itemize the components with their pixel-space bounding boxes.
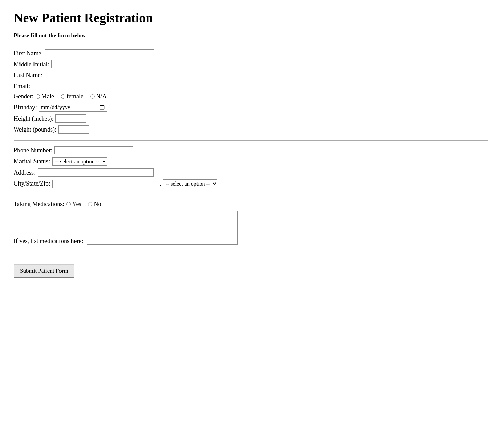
medications-yes-radio[interactable] bbox=[66, 202, 71, 206]
middle-initial-label: Middle Initial: bbox=[14, 61, 49, 68]
phone-row: Phone Number: bbox=[14, 146, 488, 154]
phone-input[interactable] bbox=[54, 146, 133, 154]
height-label: Height (inches): bbox=[14, 115, 53, 122]
medications-list-row: If yes, list medications here: bbox=[14, 211, 488, 245]
city-state-zip-row: City/State/Zip: , -- select an option --… bbox=[14, 179, 488, 188]
birthday-input[interactable] bbox=[39, 103, 107, 112]
first-name-label: First Name: bbox=[14, 50, 43, 57]
marital-status-label: Marital Status: bbox=[14, 158, 50, 165]
state-select[interactable]: -- select an option -- AL AK AZ AR CA CO… bbox=[163, 179, 217, 188]
marital-status-select[interactable]: -- select an option -- Single Married Di… bbox=[52, 157, 107, 166]
personal-info-section: First Name: Middle Initial: Last Name: E… bbox=[14, 49, 488, 134]
gender-male-label[interactable]: Male bbox=[36, 93, 54, 100]
middle-initial-row: Middle Initial: bbox=[14, 60, 488, 68]
medications-list-label: If yes, list medications here: bbox=[14, 237, 83, 245]
medications-textarea[interactable] bbox=[87, 211, 238, 245]
email-input[interactable] bbox=[32, 82, 138, 90]
first-name-row: First Name: bbox=[14, 49, 488, 57]
medications-no-label[interactable]: No bbox=[88, 201, 101, 208]
contact-info-section: Phone Number: Marital Status: -- select … bbox=[14, 146, 488, 188]
gender-female-label[interactable]: female bbox=[61, 93, 83, 100]
middle-initial-input[interactable] bbox=[51, 60, 73, 68]
gender-label: Gender: bbox=[14, 93, 33, 100]
section-divider-1 bbox=[14, 140, 488, 141]
medications-no-text: No bbox=[94, 201, 101, 208]
city-state-zip-label: City/State/Zip: bbox=[14, 180, 50, 187]
weight-input[interactable] bbox=[58, 125, 89, 134]
medications-section: Taking Medications: Yes No If yes, list … bbox=[14, 201, 488, 245]
medications-no-radio[interactable] bbox=[88, 202, 92, 206]
gender-male-text: Male bbox=[41, 93, 54, 100]
weight-label: Weight (pounds): bbox=[14, 126, 56, 133]
email-row: Email: bbox=[14, 82, 488, 90]
taking-medications-row: Taking Medications: Yes No bbox=[14, 201, 488, 208]
gender-female-text: female bbox=[67, 93, 83, 100]
zip-input[interactable] bbox=[219, 180, 263, 188]
email-label: Email: bbox=[14, 83, 30, 90]
address-row: Address: bbox=[14, 168, 488, 177]
phone-label: Phone Number: bbox=[14, 147, 52, 154]
birthday-label: Birthday: bbox=[14, 104, 37, 111]
weight-row: Weight (pounds): bbox=[14, 125, 488, 134]
page-title: New Patient Registration bbox=[14, 10, 488, 25]
gender-female-radio[interactable] bbox=[61, 94, 65, 99]
last-name-input[interactable] bbox=[44, 71, 126, 79]
height-input[interactable] bbox=[55, 114, 86, 123]
marital-status-row: Marital Status: -- select an option -- S… bbox=[14, 157, 488, 166]
first-name-input[interactable] bbox=[45, 49, 154, 57]
comma-separator: , bbox=[160, 180, 161, 187]
submit-button[interactable]: Submit Patient Form bbox=[14, 264, 74, 278]
taking-medications-label: Taking Medications: bbox=[14, 201, 64, 208]
submit-section: Submit Patient Form bbox=[14, 257, 488, 278]
gender-na-radio[interactable] bbox=[90, 94, 95, 99]
height-row: Height (inches): bbox=[14, 114, 488, 123]
last-name-label: Last Name: bbox=[14, 72, 42, 79]
address-input[interactable] bbox=[38, 168, 154, 177]
city-state-zip-fields: , -- select an option -- AL AK AZ AR CA … bbox=[52, 179, 263, 188]
section-divider-2 bbox=[14, 195, 488, 195]
last-name-row: Last Name: bbox=[14, 71, 488, 79]
gender-na-text: N/A bbox=[96, 93, 107, 100]
birthday-row: Birthday: bbox=[14, 103, 488, 112]
city-input[interactable] bbox=[52, 180, 158, 188]
medications-radio-group: Yes No bbox=[66, 201, 105, 208]
form-subtitle: Please fill out the form below bbox=[14, 32, 488, 39]
medications-yes-text: Yes bbox=[72, 201, 81, 208]
gender-na-label[interactable]: N/A bbox=[90, 93, 107, 100]
address-label: Address: bbox=[14, 169, 36, 176]
gender-male-radio[interactable] bbox=[36, 94, 40, 99]
gender-radio-group: Male female N/A bbox=[36, 93, 111, 100]
gender-row: Gender: Male female N/A bbox=[14, 93, 488, 100]
medications-yes-label[interactable]: Yes bbox=[66, 201, 81, 208]
section-divider-3 bbox=[14, 252, 488, 252]
